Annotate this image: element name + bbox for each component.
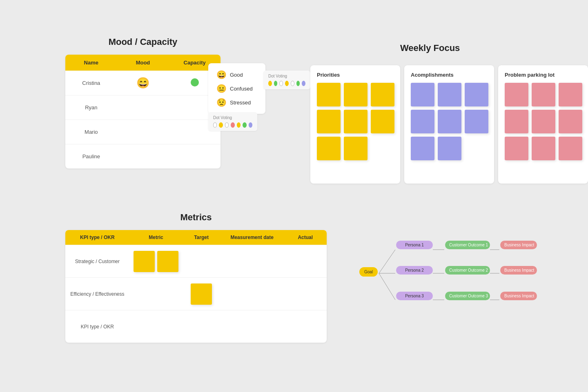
mood-header-mood: Mood — [117, 55, 169, 71]
problem-sticky-4[interactable] — [505, 110, 528, 133]
problem-sticky-6[interactable] — [559, 110, 582, 133]
accomp-sticky-8[interactable] — [438, 137, 461, 160]
problem-sticky-grid — [505, 83, 581, 160]
accomp-sticky-4[interactable] — [411, 110, 434, 133]
mood-name-pauline: Pauline — [65, 148, 117, 164]
flow-impact-2: Business Impact — [500, 266, 537, 275]
flow-outcome-2: Customer Outcome 2 — [445, 266, 490, 275]
dot-voting-top-card: Dot Voting — [263, 71, 310, 89]
priorities-panel-title: Priorities — [317, 72, 394, 78]
vote-dot-t1 — [268, 81, 272, 86]
mood-table: Name Mood Capacity Cristina 😄 Ryan Mario… — [65, 55, 220, 168]
metrics-section-title: Metrics — [65, 212, 327, 223]
mood-emoji-mario — [117, 127, 169, 137]
mood-capacity-section: Mood / Capacity Name Mood Capacity Crist… — [65, 37, 220, 168]
priority-sticky-1[interactable] — [317, 83, 341, 106]
accomplishments-panel: Acomplishments — [404, 65, 494, 184]
legend-item-confused: 😐 Confused — [216, 84, 257, 93]
vote-dot-t5 — [291, 81, 294, 86]
mood-name-ryan: Ryan — [65, 100, 117, 115]
mood-name-mario: Mario — [65, 124, 117, 140]
flow-persona-2: Persona 2 — [396, 266, 433, 275]
accomp-sticky-6[interactable] — [465, 110, 488, 133]
problem-sticky-2[interactable] — [532, 83, 555, 106]
vote-dot-3 — [225, 122, 229, 128]
metrics-sticky-2a[interactable] — [191, 283, 212, 305]
priority-sticky-5[interactable] — [344, 110, 368, 133]
problem-sticky-1[interactable] — [505, 83, 528, 106]
vote-dot-t3 — [279, 81, 283, 86]
problem-sticky-9[interactable] — [559, 137, 582, 160]
metrics-cell-date-3 — [220, 323, 284, 331]
metrics-header-metric: Metric — [129, 230, 183, 245]
metrics-cell-target-1 — [183, 257, 220, 266]
metrics-cell-target-2 — [183, 279, 220, 309]
vote-dot-t6 — [296, 81, 300, 86]
flow-outcome-1: Customer Outcome 1 — [445, 241, 490, 249]
accomp-sticky-3[interactable] — [465, 83, 488, 106]
metrics-section: Metrics KPI type / OKR Metric Target Mea… — [65, 212, 327, 343]
accomp-sticky-7[interactable] — [411, 137, 434, 160]
weekly-focus-title: Weekly Focus — [400, 43, 460, 53]
vote-dot-t4 — [285, 81, 289, 86]
metrics-cell-target-3 — [183, 323, 220, 331]
metrics-cell-date-2 — [220, 290, 284, 298]
mood-emoji-pauline — [117, 152, 169, 162]
problem-sticky-8[interactable] — [532, 137, 555, 160]
mood-emoji-ryan — [117, 103, 169, 113]
accomp-sticky-5[interactable] — [438, 110, 461, 133]
priority-sticky-6[interactable] — [371, 110, 394, 133]
problem-sticky-3[interactable] — [559, 83, 582, 106]
metrics-sticky-1b[interactable] — [157, 251, 178, 272]
dot-voting-legend-card: Dot Voting — [208, 112, 257, 131]
metrics-header-actual: Actual — [284, 230, 327, 245]
metrics-cell-metric-1 — [129, 247, 183, 276]
priority-sticky-2[interactable] — [344, 83, 368, 106]
svg-line-0 — [379, 250, 395, 273]
vote-dot-4 — [231, 122, 234, 128]
accomp-sticky-1[interactable] — [411, 83, 434, 106]
flow-diagram: Goal Persona 1 Persona 2 Persona 3 Custo… — [351, 237, 588, 318]
mood-row-ryan: Ryan — [65, 95, 220, 120]
metrics-row-strategic: Strategic / Customer — [65, 245, 327, 277]
dot-voting-legend-label: Dot Voting — [213, 115, 252, 120]
flow-impact-1: Business Impact — [500, 241, 537, 249]
legend-item-stressed: 😟 Stressed — [216, 97, 257, 107]
accomp-sticky-2[interactable] — [438, 83, 461, 106]
mood-header-name: Name — [65, 55, 117, 71]
flow-goal-node: Goal — [359, 267, 378, 277]
metrics-header-target: Target — [183, 230, 220, 245]
svg-line-2 — [379, 273, 395, 300]
mood-emoji-happy: 😄 — [136, 77, 149, 89]
priority-sticky-4[interactable] — [317, 110, 341, 133]
priority-sticky-7[interactable] — [317, 137, 341, 160]
dot-voting-top-dots — [268, 81, 305, 86]
mood-section-title: Mood / Capacity — [65, 37, 220, 47]
metrics-header-date: Measurement date — [220, 230, 284, 245]
metrics-cell-actual-3 — [284, 323, 327, 331]
metrics-table: KPI type / OKR Metric Target Measurement… — [65, 230, 327, 343]
flow-impact-3: Business Impact — [500, 292, 537, 300]
vote-dot-6 — [243, 122, 246, 128]
priorities-panel: Priorities — [310, 65, 400, 184]
mood-row-pauline: Pauline — [65, 144, 220, 168]
metrics-cell-kpi-1: Strategic / Customer — [65, 255, 129, 268]
mood-row-mario: Mario — [65, 120, 220, 144]
mood-row-cristina: Cristina 😄 — [65, 71, 220, 95]
flow-persona-3: Persona 3 — [396, 292, 433, 300]
vote-dot-1 — [213, 122, 217, 128]
legend-label-stressed: Stressed — [230, 100, 251, 106]
problem-sticky-5[interactable] — [532, 110, 555, 133]
priority-sticky-3[interactable] — [371, 83, 394, 106]
metrics-sticky-1a[interactable] — [134, 251, 155, 272]
priority-sticky-8[interactable] — [344, 137, 368, 160]
vote-dot-5 — [237, 122, 241, 128]
vote-dot-7 — [249, 122, 252, 128]
metrics-table-header: KPI type / OKR Metric Target Measurement… — [65, 230, 327, 245]
legend-label-good: Good — [230, 72, 243, 78]
mood-legend-card: 😄 Good 😐 Confused 😟 Stressed — [208, 63, 265, 114]
problem-sticky-7[interactable] — [505, 137, 528, 160]
accomplishments-panel-title: Acomplishments — [411, 72, 488, 78]
flow-persona-1: Persona 1 — [396, 241, 433, 249]
metrics-row-kpi: KPI type / OKR — [65, 310, 327, 343]
